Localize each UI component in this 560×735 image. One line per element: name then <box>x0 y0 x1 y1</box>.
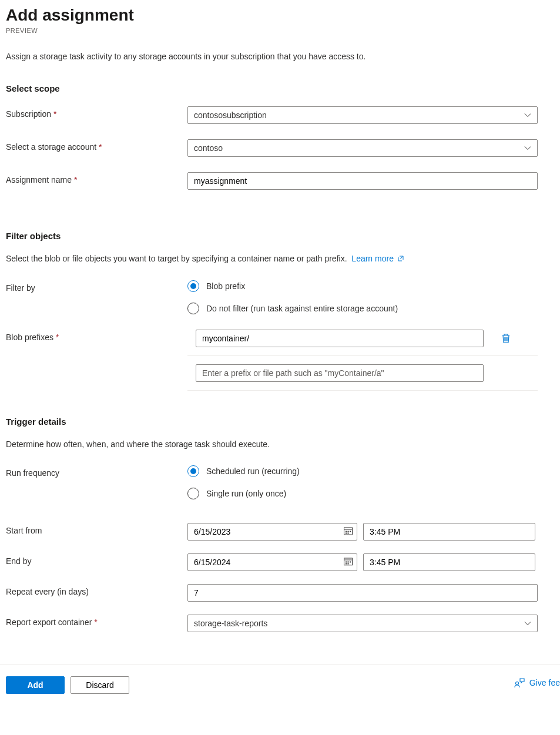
subscription-select[interactable]: contososubscription <box>187 106 538 124</box>
filter-by-label: Filter by <box>6 280 187 293</box>
trigger-details-heading: Trigger details <box>6 417 554 427</box>
report-container-label: Report export container * <box>6 615 187 627</box>
filter-objects-description: Select the blob or file objects you want… <box>6 254 554 264</box>
feedback-label: Give fee <box>529 678 560 687</box>
run-frequency-label: Run frequency <box>6 465 187 478</box>
storage-account-select[interactable]: contoso <box>187 139 538 157</box>
add-button[interactable]: Add <box>6 676 65 694</box>
radio-label: Single run (only once) <box>206 489 286 498</box>
blob-prefix-input[interactable] <box>196 330 484 347</box>
person-feedback-icon <box>514 677 525 688</box>
required-star: * <box>94 617 97 627</box>
start-time-input[interactable] <box>363 523 535 541</box>
report-container-value: storage-task-reports <box>194 619 267 628</box>
end-by-label: End by <box>6 553 187 566</box>
radio-single-run[interactable]: Single run (only once) <box>187 488 538 499</box>
delete-prefix-button[interactable] <box>501 333 511 344</box>
select-scope-heading: Select scope <box>6 83 554 93</box>
required-star: * <box>53 109 56 119</box>
page-title: Add assignment <box>6 6 554 25</box>
end-date-input[interactable] <box>187 553 357 571</box>
give-feedback-link[interactable]: Give fee <box>514 677 560 688</box>
start-from-label: Start from <box>6 523 187 535</box>
page-description: Assign a storage task activity to any st… <box>6 52 554 61</box>
blob-prefixes-label: Blob prefixes * <box>6 330 187 342</box>
required-star: * <box>56 333 59 342</box>
radio-icon <box>187 303 199 314</box>
repeat-every-input[interactable] <box>187 584 538 602</box>
chevron-down-icon <box>524 113 531 118</box>
svg-point-14 <box>515 682 518 685</box>
blob-prefix-input-new[interactable] <box>196 364 484 382</box>
repeat-every-label: Repeat every (in days) <box>6 584 187 596</box>
radio-icon <box>187 488 199 499</box>
report-container-select[interactable]: storage-task-reports <box>187 615 538 632</box>
preview-badge: PREVIEW <box>6 27 554 34</box>
chevron-down-icon <box>524 146 531 150</box>
subscription-value: contososubscription <box>194 110 267 120</box>
end-time-input[interactable] <box>363 553 535 571</box>
assignment-name-input[interactable] <box>187 172 538 190</box>
radio-scheduled-run[interactable]: Scheduled run (recurring) <box>187 465 538 477</box>
radio-label: Scheduled run (recurring) <box>206 466 300 476</box>
radio-do-not-filter[interactable]: Do not filter (run task against entire s… <box>187 303 538 314</box>
assignment-name-label: Assignment name * <box>6 172 187 184</box>
discard-button[interactable]: Discard <box>71 676 129 694</box>
learn-more-link[interactable]: Learn more <box>351 254 404 263</box>
required-star: * <box>74 175 77 184</box>
start-date-input[interactable] <box>187 523 357 541</box>
trash-icon <box>501 333 511 344</box>
chevron-down-icon <box>524 622 531 626</box>
storage-account-value: contoso <box>194 143 223 153</box>
required-star: * <box>99 142 102 152</box>
storage-account-label: Select a storage account * <box>6 139 187 152</box>
trigger-details-description: Determine how often, when, and where the… <box>6 439 554 449</box>
radio-label: Blob prefix <box>206 281 245 291</box>
radio-icon <box>187 280 199 292</box>
external-link-icon <box>397 254 404 264</box>
subscription-label: Subscription * <box>6 106 187 119</box>
radio-blob-prefix[interactable]: Blob prefix <box>187 280 538 292</box>
radio-icon <box>187 465 199 477</box>
filter-objects-heading: Filter objects <box>6 231 554 241</box>
radio-label: Do not filter (run task against entire s… <box>206 304 398 313</box>
